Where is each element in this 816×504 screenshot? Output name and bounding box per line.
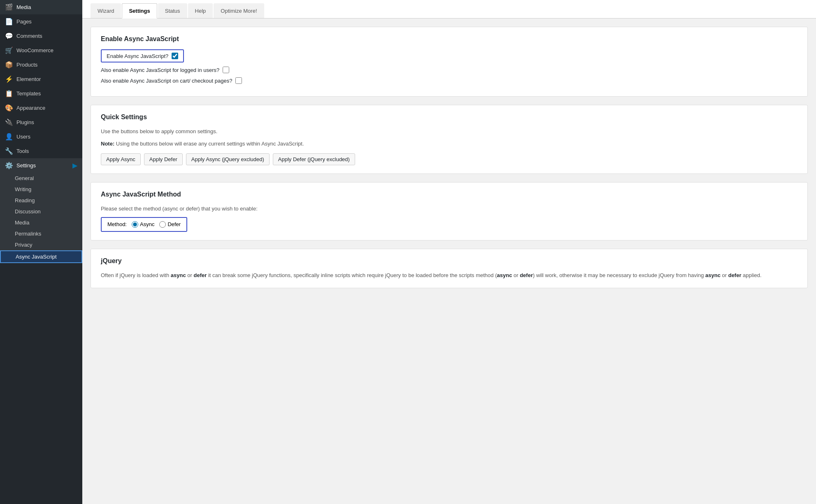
cart-row: Also enable Async JavaScript on cart/ ch…	[101, 77, 797, 84]
sidebar-item-pages[interactable]: 📄 Pages	[0, 14, 82, 29]
method-label: Method:	[107, 221, 127, 227]
jquery-description: Often if jQuery is loaded with async or …	[101, 271, 797, 280]
tab-help[interactable]: Help	[188, 3, 213, 18]
method-section: Async JavaScript Method Please select th…	[91, 182, 808, 240]
media-icon: 🎬	[5, 3, 13, 11]
cart-checkbox[interactable]	[235, 77, 242, 84]
tabs-bar: Wizard Settings Status Help Optimize Mor…	[82, 0, 816, 18]
content-area: Enable Async JavaScript Enable Async Jav…	[82, 18, 816, 305]
sidebar-item-plugins[interactable]: 🔌 Plugins	[0, 115, 82, 129]
sidebar-item-elementor[interactable]: ⚡ Elementor	[0, 72, 82, 86]
appearance-icon: 🎨	[5, 104, 13, 112]
settings-arrow-icon: ▶	[72, 162, 77, 169]
enable-async-label: Enable Async JavaScript?	[107, 53, 168, 59]
submenu-item-general[interactable]: General	[0, 173, 82, 184]
sidebar-item-tools[interactable]: 🔧 Tools	[0, 144, 82, 158]
tab-optimize-more[interactable]: Optimize More!	[214, 3, 264, 18]
note-prefix: Note:	[101, 141, 114, 147]
sidebar-item-media[interactable]: 🎬 Media	[0, 0, 82, 14]
woocommerce-icon: 🛒	[5, 46, 13, 54]
defer-radio[interactable]	[159, 221, 166, 228]
sidebar: 🎬 Media 📄 Pages 💬 Comments 🛒 WooCommerce…	[0, 0, 82, 504]
defer-label: Defer	[167, 221, 181, 227]
elementor-icon: ⚡	[5, 75, 13, 83]
logged-in-row: Also enable Async JavaScript for logged …	[101, 67, 797, 73]
apply-defer-jquery-button[interactable]: Apply Defer (jQuery excluded)	[273, 153, 355, 165]
quick-settings-buttons: Apply Async Apply Defer Apply Async (jQu…	[101, 153, 797, 165]
keyword-async1: async	[171, 272, 186, 278]
submenu-item-discussion[interactable]: Discussion	[0, 206, 82, 217]
submenu-item-writing[interactable]: Writing	[0, 184, 82, 195]
sidebar-item-comments[interactable]: 💬 Comments	[0, 29, 82, 43]
sidebar-item-settings[interactable]: ⚙️ Settings ▶	[0, 158, 82, 173]
settings-icon: ⚙️	[5, 162, 13, 169]
tab-status[interactable]: Status	[158, 3, 187, 18]
keyword-async3: async	[705, 272, 721, 278]
submenu-item-media[interactable]: Media	[0, 217, 82, 228]
plugins-icon: 🔌	[5, 118, 13, 126]
keyword-defer3: defer	[728, 272, 742, 278]
keyword-defer2: defer	[520, 272, 533, 278]
tab-settings[interactable]: Settings	[122, 3, 157, 18]
jquery-title: jQuery	[101, 257, 797, 265]
method-description: Please select the method (async or defer…	[101, 205, 797, 213]
products-icon: 📦	[5, 61, 13, 69]
async-option[interactable]: Async	[132, 221, 154, 228]
submenu-item-async-javascript[interactable]: Async JavaScript	[0, 250, 82, 263]
enable-async-checkbox[interactable]	[172, 53, 178, 59]
defer-option[interactable]: Defer	[159, 221, 181, 228]
sidebar-item-templates[interactable]: 📋 Templates	[0, 86, 82, 101]
enable-async-section: Enable Async JavaScript Enable Async Jav…	[91, 27, 808, 97]
cart-label: Also enable Async JavaScript on cart/ ch…	[101, 78, 232, 84]
jquery-section: jQuery Often if jQuery is loaded with as…	[91, 249, 808, 289]
note-body: Using the buttons below will erase any c…	[114, 141, 304, 147]
users-icon: 👤	[5, 133, 13, 141]
apply-async-button[interactable]: Apply Async	[101, 153, 141, 165]
keyword-async2: async	[497, 272, 512, 278]
sidebar-item-appearance[interactable]: 🎨 Appearance	[0, 101, 82, 115]
quick-settings-note: Note: Using the buttons below will erase…	[101, 140, 797, 148]
enable-async-row: Enable Async JavaScript?	[101, 49, 184, 62]
logged-in-checkbox[interactable]	[223, 67, 229, 73]
apply-async-jquery-button[interactable]: Apply Async (jQuery excluded)	[186, 153, 270, 165]
templates-icon: 📋	[5, 90, 13, 97]
sidebar-item-products[interactable]: 📦 Products	[0, 58, 82, 72]
enable-async-title: Enable Async JavaScript	[101, 35, 797, 43]
submenu-item-privacy[interactable]: Privacy	[0, 239, 82, 250]
logged-in-label: Also enable Async JavaScript for logged …	[101, 67, 219, 73]
quick-settings-section: Quick Settings Use the buttons below to …	[91, 105, 808, 174]
main-content: Wizard Settings Status Help Optimize Mor…	[82, 0, 816, 504]
submenu-item-permalinks[interactable]: Permalinks	[0, 228, 82, 239]
apply-defer-button[interactable]: Apply Defer	[144, 153, 183, 165]
method-row: Method: Async Defer	[101, 217, 187, 232]
submenu-item-reading[interactable]: Reading	[0, 195, 82, 206]
sidebar-item-woocommerce[interactable]: 🛒 WooCommerce	[0, 43, 82, 58]
comments-icon: 💬	[5, 32, 13, 40]
tools-icon: 🔧	[5, 147, 13, 155]
method-title: Async JavaScript Method	[101, 191, 797, 198]
tab-wizard[interactable]: Wizard	[91, 3, 121, 18]
sidebar-item-users[interactable]: 👤 Users	[0, 129, 82, 144]
async-radio[interactable]	[132, 221, 138, 228]
pages-icon: 📄	[5, 18, 13, 25]
quick-settings-description: Use the buttons below to apply common se…	[101, 127, 797, 136]
keyword-defer1: defer	[193, 272, 207, 278]
settings-submenu: General Writing Reading Discussion Media…	[0, 173, 82, 263]
async-label: Async	[140, 221, 154, 227]
quick-settings-title: Quick Settings	[101, 113, 797, 121]
